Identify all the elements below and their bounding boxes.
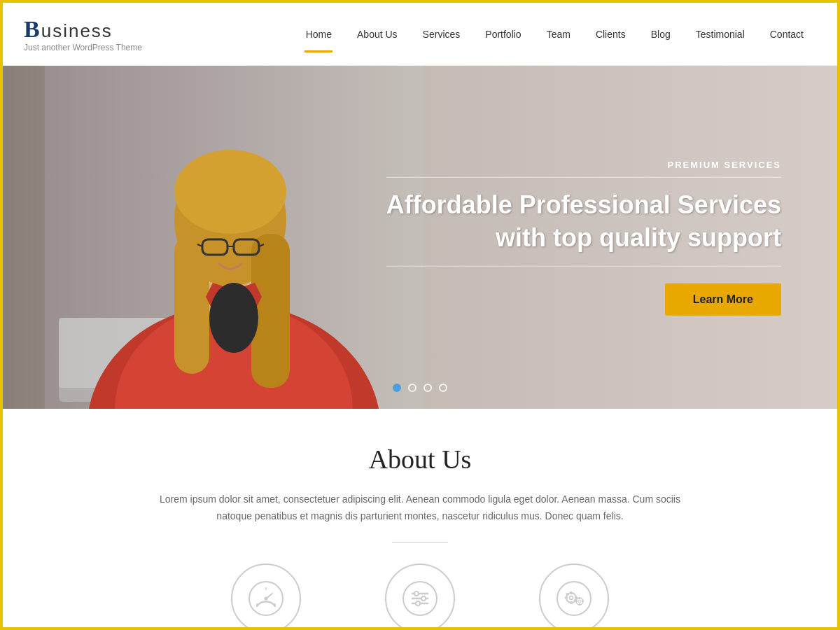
svg-point-30 — [557, 582, 591, 615]
hero-eyebrow: PREMIUM SERVICES — [386, 160, 781, 170]
hero-divider — [386, 265, 781, 266]
svg-rect-33 — [570, 592, 573, 594]
sliders-icon — [401, 580, 439, 617]
about-title: About Us — [31, 444, 809, 475]
logo[interactable]: Business Just another WordPress Theme — [24, 16, 142, 52]
header: Business Just another WordPress Theme Ho… — [3, 3, 837, 66]
feature-icons-row — [31, 564, 809, 630]
nav-item-testimonial[interactable]: Testimonial — [683, 23, 757, 46]
nav-item-team[interactable]: Team — [534, 23, 583, 46]
svg-rect-35 — [565, 596, 568, 598]
svg-point-27 — [414, 592, 419, 596]
slider-dot-2[interactable] — [408, 384, 416, 392]
nav-item-contact[interactable]: Contact — [757, 23, 816, 46]
gears-icon-circle — [539, 564, 609, 630]
svg-point-10 — [174, 150, 286, 234]
svg-point-32 — [570, 596, 573, 599]
hero-text-block: PREMIUM SERVICES Affordable Professional… — [386, 160, 781, 316]
hero-person — [45, 66, 423, 409]
sliders-icon-circle — [385, 564, 455, 630]
about-body: Lorem ipsum dolor sit amet, consectetuer… — [154, 491, 686, 525]
logo-rest: usiness — [41, 20, 113, 41]
about-divider — [392, 542, 448, 542]
slider-dot-4[interactable] — [439, 384, 447, 392]
svg-rect-8 — [174, 234, 209, 374]
svg-rect-42 — [579, 603, 581, 606]
about-section: About Us Lorem ipsum dolor sit amet, con… — [3, 409, 837, 630]
svg-point-19 — [265, 596, 268, 600]
logo-title: Business — [24, 16, 142, 43]
nav-item-home[interactable]: Home — [293, 23, 344, 46]
svg-rect-44 — [582, 600, 584, 602]
logo-subtitle: Just another WordPress Theme — [24, 43, 142, 52]
svg-point-29 — [416, 601, 420, 606]
nav-item-services[interactable]: Services — [410, 23, 473, 46]
main-nav: Home About Us Services Portfolio Team Cl… — [293, 23, 816, 46]
speedometer-icon — [247, 580, 285, 617]
nav-item-about[interactable]: About Us — [344, 23, 410, 46]
slider-dots — [393, 384, 447, 392]
nav-item-clients[interactable]: Clients — [583, 23, 638, 46]
svg-rect-43 — [575, 600, 578, 602]
hero-eyebrow-line — [386, 177, 781, 178]
hero-section: PREMIUM SERVICES Affordable Professional… — [3, 66, 837, 409]
hero-headline: Affordable Professional Serviceswith top… — [386, 189, 781, 255]
svg-point-40 — [578, 600, 581, 603]
slider-dot-1[interactable] — [393, 384, 401, 392]
slider-dot-3[interactable] — [424, 384, 432, 392]
learn-more-button[interactable]: Learn More — [665, 283, 781, 315]
svg-point-28 — [421, 596, 426, 601]
nav-item-blog[interactable]: Blog — [638, 23, 683, 46]
logo-letter: B — [24, 16, 41, 42]
svg-rect-41 — [579, 597, 581, 599]
nav-item-portfolio[interactable]: Portfolio — [472, 23, 533, 46]
svg-point-16 — [209, 283, 258, 353]
gears-icon — [555, 580, 593, 617]
person-svg — [45, 66, 423, 409]
speedometer-icon-circle — [231, 564, 301, 630]
svg-rect-34 — [570, 601, 573, 604]
